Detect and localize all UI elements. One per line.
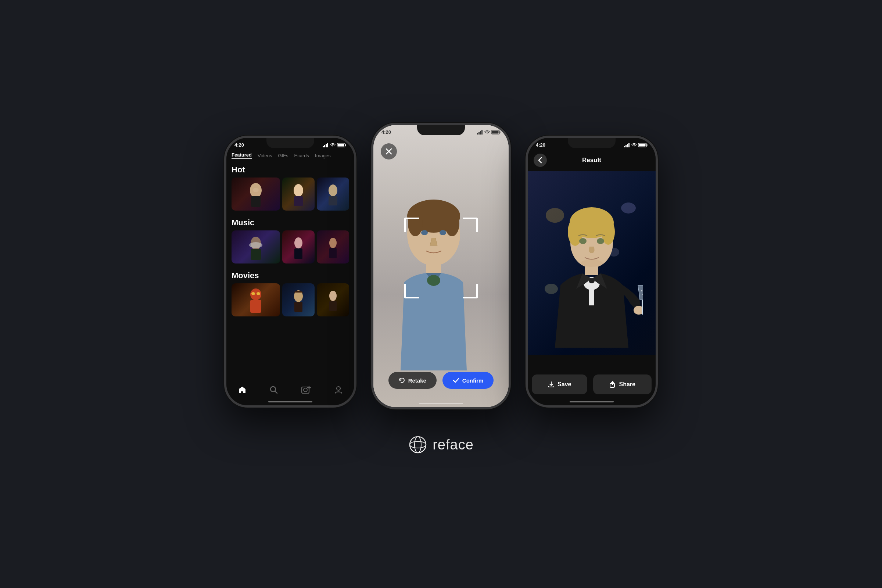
nav-profile[interactable] bbox=[334, 386, 343, 394]
status-time-2: 4:20 bbox=[381, 129, 391, 135]
confirm-label: Confirm bbox=[462, 377, 484, 384]
save-button[interactable]: Save bbox=[532, 375, 587, 394]
svg-rect-20 bbox=[329, 248, 337, 258]
phone-2: 4:20 bbox=[371, 123, 511, 410]
status-icons-1 bbox=[322, 143, 346, 147]
music-title: Music bbox=[226, 214, 354, 230]
profile-icon bbox=[334, 386, 343, 394]
pirates-icon bbox=[291, 288, 305, 312]
gatsby3-face-icon bbox=[326, 183, 340, 206]
svg-rect-28 bbox=[329, 301, 337, 311]
result-header: Result bbox=[528, 149, 656, 171]
svg-rect-2 bbox=[326, 144, 327, 147]
movies-grid bbox=[226, 284, 354, 320]
tab-ecards[interactable]: Ecards bbox=[294, 153, 309, 158]
status-time-1: 4:20 bbox=[234, 142, 244, 148]
battery-icon-3 bbox=[638, 143, 648, 147]
justin-face-icon bbox=[291, 182, 306, 206]
notch-3 bbox=[568, 138, 616, 148]
battery-icon bbox=[337, 143, 346, 147]
svg-point-32 bbox=[303, 388, 307, 392]
wifi-icon bbox=[330, 143, 336, 147]
svg-point-15 bbox=[249, 242, 262, 248]
retake-label: Retake bbox=[408, 377, 426, 384]
share-button[interactable]: Share bbox=[593, 375, 651, 394]
tuxedo-person bbox=[540, 178, 643, 348]
nav-home[interactable] bbox=[238, 386, 247, 394]
svg-rect-18 bbox=[294, 248, 303, 259]
close-button[interactable] bbox=[381, 143, 397, 159]
thumb-movie3[interactable] bbox=[317, 284, 349, 316]
phone3-screen: 4:20 bbox=[528, 138, 656, 405]
status-time-3: 4:20 bbox=[536, 142, 545, 148]
nav-add-photo[interactable] bbox=[301, 386, 311, 394]
music2-face-icon bbox=[291, 235, 305, 259]
svg-point-63 bbox=[544, 284, 558, 294]
thumb-ironman[interactable] bbox=[231, 284, 280, 316]
thumb-gatsby3[interactable] bbox=[317, 177, 349, 211]
thumb-music1[interactable] bbox=[231, 230, 280, 264]
music3-face-icon bbox=[327, 236, 340, 258]
retake-icon bbox=[399, 377, 405, 384]
svg-point-10 bbox=[294, 184, 303, 196]
thumb-justin[interactable] bbox=[282, 177, 315, 211]
thumb-pirates[interactable] bbox=[282, 284, 315, 316]
svg-rect-41 bbox=[500, 131, 501, 133]
wifi-icon-3 bbox=[632, 143, 637, 147]
svg-rect-6 bbox=[338, 144, 344, 146]
back-button[interactable] bbox=[534, 154, 547, 167]
tab-images[interactable]: Images bbox=[315, 153, 331, 158]
home-indicator-2 bbox=[419, 403, 463, 404]
svg-point-27 bbox=[329, 291, 337, 301]
svg-rect-39 bbox=[482, 130, 483, 135]
svg-rect-54 bbox=[626, 145, 627, 147]
nav-search[interactable] bbox=[269, 386, 278, 394]
result-actions: Save Share bbox=[528, 375, 656, 394]
confirm-check-icon bbox=[453, 377, 459, 384]
retake-button[interactable]: Retake bbox=[388, 372, 436, 389]
tuxedo-svg bbox=[540, 178, 643, 348]
phone-3: 4:20 bbox=[525, 136, 658, 408]
svg-rect-16 bbox=[250, 249, 261, 260]
svg-point-76 bbox=[579, 238, 586, 244]
bracket-br bbox=[463, 284, 478, 298]
svg-point-82 bbox=[414, 436, 421, 453]
svg-rect-56 bbox=[628, 143, 630, 147]
gatsby-face-icon bbox=[247, 181, 265, 207]
add-photo-icon bbox=[301, 386, 311, 394]
svg-point-19 bbox=[329, 238, 337, 248]
tab-videos[interactable]: Videos bbox=[258, 153, 272, 158]
svg-rect-3 bbox=[327, 143, 328, 147]
thumb-music2[interactable] bbox=[282, 230, 315, 264]
wifi-icon-2 bbox=[484, 130, 490, 135]
svg-rect-37 bbox=[478, 132, 480, 135]
tab-featured[interactable]: Featured bbox=[231, 152, 252, 159]
thumb-music3[interactable] bbox=[317, 230, 349, 264]
save-label: Save bbox=[558, 381, 571, 388]
share-label: Share bbox=[619, 381, 635, 388]
bracket-tr bbox=[463, 218, 478, 232]
movies-title: Movies bbox=[226, 267, 354, 284]
close-icon bbox=[386, 148, 392, 155]
tab-gifs[interactable]: GIFs bbox=[278, 153, 288, 158]
ironman-icon bbox=[247, 287, 265, 313]
svg-point-81 bbox=[410, 441, 426, 448]
svg-rect-59 bbox=[639, 144, 646, 146]
result-title: Result bbox=[582, 156, 601, 164]
thumb-gatsby1[interactable] bbox=[231, 177, 280, 211]
movie3-icon bbox=[327, 288, 340, 311]
notch-1 bbox=[266, 138, 314, 148]
signal-icon-2 bbox=[477, 130, 483, 135]
camera-actions: Retake Confirm bbox=[374, 372, 508, 389]
back-icon bbox=[538, 157, 543, 164]
phone2-screen: 4:20 bbox=[374, 125, 508, 407]
signal-icon-3 bbox=[624, 143, 630, 147]
svg-rect-68 bbox=[642, 300, 643, 315]
bottom-nav bbox=[226, 382, 354, 398]
svg-line-30 bbox=[275, 391, 277, 393]
phone1-screen: 4:20 bbox=[226, 138, 354, 405]
svg-rect-26 bbox=[294, 302, 303, 312]
confirm-button[interactable]: Confirm bbox=[442, 372, 494, 389]
status-icons-3 bbox=[624, 143, 648, 147]
home-icon bbox=[238, 386, 247, 394]
